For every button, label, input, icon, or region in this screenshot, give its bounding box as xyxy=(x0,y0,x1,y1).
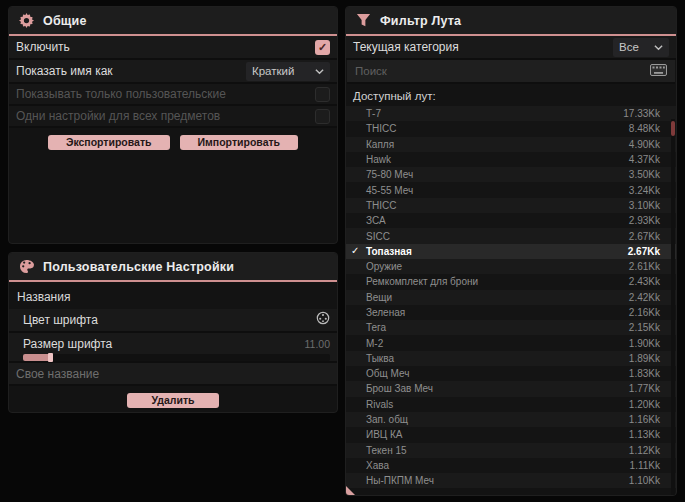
scrollbar-thumb[interactable] xyxy=(671,121,675,136)
general-panel-header[interactable]: Общие xyxy=(9,7,337,34)
loot-row[interactable]: ✓ Тега 2.15Kk xyxy=(346,320,676,335)
loot-row[interactable]: ✓ Вещи 2.42Kk xyxy=(346,290,676,305)
loot-item-name: Топазная xyxy=(366,246,412,257)
name-mode-dropdown[interactable]: Краткий xyxy=(246,62,330,81)
loot-item-value: 17.33Kk xyxy=(623,108,660,119)
scrollbar[interactable] xyxy=(671,119,675,496)
loot-row[interactable]: ✓ М-2 1.90Kk xyxy=(346,335,676,350)
loot-row[interactable]: ✓ Ремкомплект для брони 2.43Kk xyxy=(346,274,676,289)
loot-row[interactable]: ✓ Текен 15 1.12Kk xyxy=(346,443,676,458)
enable-row: Включить ✓ xyxy=(9,36,337,60)
loot-item-name: Тыква xyxy=(366,353,394,364)
loot-row[interactable]: ✓ SICC 2.67Kk xyxy=(346,228,676,243)
palette-icon xyxy=(19,259,34,274)
slider-fill xyxy=(23,354,51,361)
loot-item-name: SICC xyxy=(366,231,390,242)
loot-item-value: 1.90Kk xyxy=(629,338,660,349)
loot-item-name: М-2 xyxy=(366,338,383,349)
loot-item-name: Брош Зав Меч xyxy=(366,383,433,394)
loot-row[interactable]: ✓ Зеленая 2.16Kk xyxy=(346,305,676,320)
loot-row[interactable]: ✓ Общ Меч 1.83Kk xyxy=(346,366,676,381)
loot-item-value: 1.16Kk xyxy=(629,414,660,425)
same-settings-checkbox[interactable] xyxy=(315,109,330,124)
loot-item-value: 8.48Kk xyxy=(629,123,660,134)
loot-item-name: Rivals xyxy=(366,399,393,410)
loot-item-value: 2.15Kk xyxy=(629,322,660,333)
search-placeholder: Поиск xyxy=(355,65,387,77)
font-size-row: Размер шрифта 11.00 xyxy=(9,333,337,363)
loot-item-value: 3.50Kk xyxy=(629,169,660,180)
loot-item-value: 2.61Kk xyxy=(629,261,660,272)
loot-item-name: THICC xyxy=(366,200,397,211)
keyboard-icon[interactable] xyxy=(650,62,667,80)
loot-item-value: 1.89Kk xyxy=(629,353,660,364)
chevron-down-icon xyxy=(315,67,324,76)
loot-row[interactable]: ✓ Зап. общ 1.16Kk xyxy=(346,412,676,427)
loot-row[interactable]: ✓ 75-80 Меч 3.50Kk xyxy=(346,167,676,182)
loot-item-value: 2.43Kk xyxy=(629,276,660,287)
only-custom-row: Показывать только пользовательские xyxy=(9,84,337,106)
enable-checkbox[interactable]: ✓ xyxy=(315,40,330,55)
loot-item-value: 1.13Kk xyxy=(629,429,660,440)
color-wheel-icon[interactable] xyxy=(316,311,330,329)
loot-item-value: 1.20Kk xyxy=(629,399,660,410)
loot-row[interactable]: ✓ Тыква 1.89Kk xyxy=(346,351,676,366)
loot-item-value: 2.93Kk xyxy=(629,215,660,226)
loot-row[interactable]: ✓ Оружие 2.61Kk xyxy=(346,259,676,274)
resize-grip[interactable] xyxy=(346,486,355,495)
loot-row[interactable]: ✓ THICC 8.48Kk xyxy=(346,121,676,136)
delete-button[interactable]: Удалить xyxy=(127,393,218,408)
only-custom-checkbox[interactable] xyxy=(315,87,330,102)
loot-item-name: 45-55 Меч xyxy=(366,185,413,196)
loot-item-name: ИВЦ КА xyxy=(366,429,403,440)
loot-item-name: THICC xyxy=(366,123,397,134)
loot-item-name: Зап. общ xyxy=(366,414,408,425)
category-dropdown[interactable]: Все xyxy=(613,38,669,57)
loot-item-name: Ремкомплект для брони xyxy=(366,276,478,287)
loot-row[interactable]: ✓ Хава 1.11Kk xyxy=(346,458,676,473)
loot-item-name: Общ Меч xyxy=(366,368,409,379)
loot-item-value: 1.11Kk xyxy=(630,460,660,471)
loot-row[interactable]: ✓ Брош Зав Меч 1.77Kk xyxy=(346,381,676,396)
search-input[interactable]: Поиск xyxy=(347,60,675,84)
export-import-row: Экспортировать Импортировать xyxy=(9,128,337,150)
export-button[interactable]: Экспортировать xyxy=(48,135,170,150)
loot-row[interactable]: ✓ 45-55 Меч 3.24Kk xyxy=(346,182,676,197)
loot-row[interactable]: ✓ ЗСА 2.93Kk xyxy=(346,213,676,228)
custom-settings-header[interactable]: Пользовательские Настройки xyxy=(9,253,337,280)
loot-item-value: 2.67Kk xyxy=(628,246,660,257)
font-size-slider[interactable] xyxy=(23,354,330,361)
loot-filter-header[interactable]: Фильтр Лута xyxy=(346,7,676,34)
same-settings-row: Одни настройки для всех предметов xyxy=(9,106,337,128)
loot-filter-panel: Фильтр Лута Текущая категория Все Поиск … xyxy=(345,6,677,496)
loot-item-name: Текен 15 xyxy=(366,445,407,456)
loot-item-name: Хава xyxy=(366,460,389,471)
loot-item-name: 75-80 Меч xyxy=(366,169,413,180)
chevron-down-icon xyxy=(654,43,663,52)
loot-row[interactable]: ✓ Топазная 2.67Kk xyxy=(346,244,676,259)
available-loot-label: Доступный лут: xyxy=(346,84,676,106)
gear-icon xyxy=(19,13,34,28)
loot-item-name: Hawk xyxy=(366,154,391,165)
loot-row[interactable]: ✓ Капля 4.90Kk xyxy=(346,137,676,152)
loot-filter-title: Фильтр Лута xyxy=(380,14,461,28)
loot-row[interactable]: ✓ Ны-ПКПМ Меч 1.10Kk xyxy=(346,473,676,488)
loot-item-name: Тега xyxy=(366,322,386,333)
general-panel: Общие Включить ✓ Показать имя как Кратки… xyxy=(8,6,338,244)
loot-row[interactable]: ✓ Rivals 1.20Kk xyxy=(346,397,676,412)
import-button[interactable]: Импортировать xyxy=(180,135,299,150)
names-section-label[interactable]: Названия xyxy=(9,282,337,309)
loot-row[interactable]: ✓ Hawk 4.37Kk xyxy=(346,152,676,167)
slider-handle[interactable] xyxy=(48,353,53,362)
loot-item-value: 4.37Kk xyxy=(629,154,660,165)
loot-item-value: 1.12Kk xyxy=(629,445,660,456)
funnel-icon xyxy=(356,13,371,28)
custom-name-input[interactable]: Свое название xyxy=(9,363,337,386)
loot-row[interactable]: ✓ ИВЦ КА 1.13Kk xyxy=(346,427,676,442)
loot-item-value: 4.90Kk xyxy=(629,139,660,150)
category-label: Текущая категория xyxy=(353,40,459,54)
name-mode-value: Краткий xyxy=(252,65,294,77)
loot-row[interactable]: ✓ Т-7 17.33Kk xyxy=(346,106,676,121)
loot-row[interactable]: ✓ THICC 3.10Kk xyxy=(346,198,676,213)
name-mode-row: Показать имя как Краткий xyxy=(9,60,337,84)
